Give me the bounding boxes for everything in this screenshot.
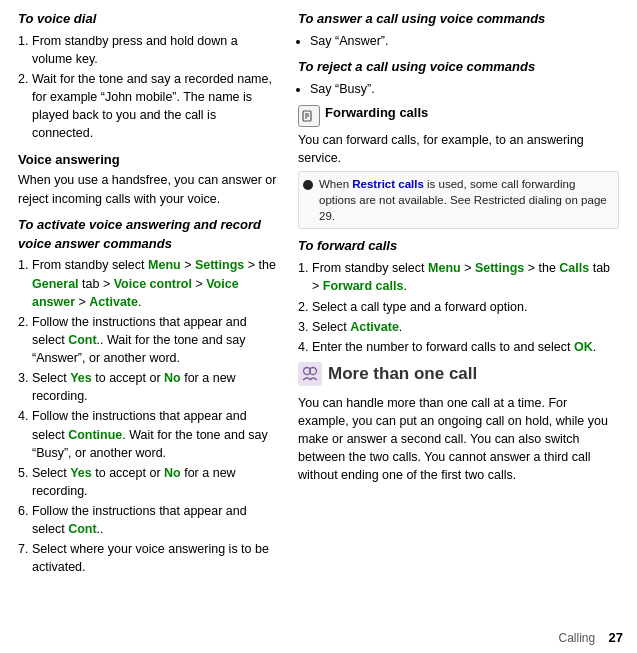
forward-step4: Enter the number to forward calls to and… [312, 338, 619, 356]
forwarding-calls-title: Forwarding calls [325, 104, 428, 123]
forwarding-calls-desc: You can forward calls, for example, to a… [298, 131, 619, 167]
forward-calls-title: To forward calls [298, 237, 619, 256]
more-calls-icon [302, 366, 318, 382]
footer: Calling 27 [559, 630, 624, 645]
forward-step1: From standby select Menu > Settings > th… [312, 259, 619, 295]
answer-voice-title: To answer a call using voice commands [298, 10, 619, 29]
activate-step6: Follow the instructions that appear and … [32, 502, 280, 538]
forwarding-calls-row: Forwarding calls [298, 104, 619, 127]
activate-step7: Select where your voice answering is to … [32, 540, 280, 576]
more-calls-row: More than one call [298, 362, 619, 390]
more-calls-icon-box [298, 362, 322, 386]
activate-step3: Select Yes to accept or No for a new rec… [32, 369, 280, 405]
footer-label: Calling [559, 631, 596, 645]
activate-step4: Follow the instructions that appear and … [32, 407, 280, 461]
voicedial-step2: Wait for the tone and say a recorded nam… [32, 70, 280, 143]
activate-title: To activate voice answering and record v… [18, 216, 280, 254]
warning-box: When Restrict calls is used, some call f… [298, 171, 619, 229]
restrict-calls-link[interactable]: Restrict calls [352, 178, 424, 190]
activate-step1: From standby select Menu > Settings > th… [32, 256, 280, 310]
voiceanswering-desc: When you use a handsfree, you can answer… [18, 171, 280, 207]
forward-step3: Select Activate. [312, 318, 619, 336]
voicedial-step1: From standby press and hold down a volum… [32, 32, 280, 68]
more-calls-title: More than one call [328, 362, 477, 387]
forward-step2: Select a call type and a forward option. [312, 298, 619, 316]
reject-voice-title: To reject a call using voice commands [298, 58, 619, 77]
activate-step5: Select Yes to accept or No for a new rec… [32, 464, 280, 500]
left-column: To voice dial From standby press and hol… [0, 0, 290, 653]
activate-step2: Follow the instructions that appear and … [32, 313, 280, 367]
warning-dot-icon [303, 180, 313, 190]
right-column: To answer a call using voice commands Sa… [290, 0, 637, 653]
warning-text-content: When Restrict calls is used, some call f… [319, 176, 614, 224]
forwarding-icon-box [298, 105, 320, 127]
voicedial-title: To voice dial [18, 10, 280, 29]
more-calls-desc: You can handle more than one call at a t… [298, 394, 619, 485]
phone-forward-icon [302, 109, 316, 123]
say-busy: Say “Busy”. [310, 80, 619, 98]
voiceanswering-title: Voice answering [18, 151, 280, 170]
say-answer: Say “Answer”. [310, 32, 619, 50]
footer-page-num: 27 [609, 630, 623, 645]
